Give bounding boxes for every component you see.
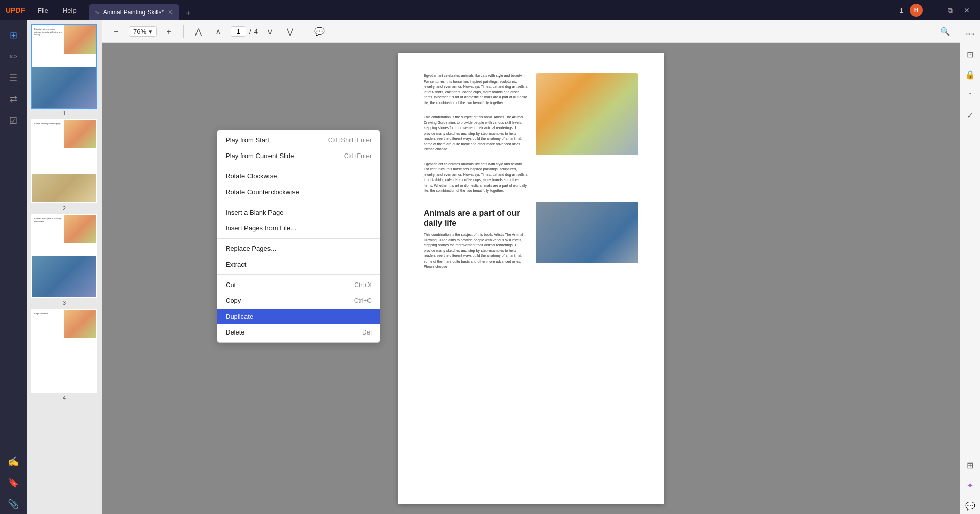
app-logo: UPDF [0, 6, 31, 14]
ctx-rotate-ccw[interactable]: Rotate Counterclockwise [217, 184, 380, 200]
go-first-button[interactable]: ⋀ [190, 23, 206, 40]
ctx-cut[interactable]: Cut Ctrl+X [217, 277, 380, 293]
ctx-extract[interactable]: Extract [217, 256, 380, 272]
zoom-out-button[interactable]: − [108, 23, 125, 40]
zoom-display: 76% ▾ [129, 26, 157, 37]
thumbnail-number-3: 3 [63, 300, 66, 306]
thumbnail-image-1: Egyptian art celebrates animals like cat… [31, 24, 97, 109]
thumb-text-1: Egyptian art celebrates animals like cat… [32, 25, 64, 38]
menu-file[interactable]: File [31, 0, 56, 20]
pdf-bottom-section: Animals are a part of our daily life Thi… [424, 202, 638, 270]
zoom-in-button[interactable]: + [161, 23, 177, 40]
sidebar-item-bookmark[interactable]: 🔖 [4, 473, 23, 493]
compress-button[interactable]: ⊡ [962, 46, 978, 62]
sidebar-item-stamp[interactable]: ☑ [4, 111, 23, 131]
check-button[interactable]: ✓ [962, 107, 978, 123]
tab-animal-painting[interactable]: ✎ Animal Painting Skills* ✕ [89, 4, 179, 20]
thumb-text-4: Page 4 content... [32, 310, 64, 317]
toolbar-separator-1 [183, 25, 184, 38]
pdf-body-4: This combination is the subject of this … [424, 232, 528, 270]
thumbnail-number-2: 2 [63, 205, 66, 211]
ctx-delete-shortcut: Del [362, 329, 372, 336]
ctx-duplicate[interactable]: Duplicate [217, 309, 380, 324]
close-button[interactable]: ✕ [962, 6, 972, 14]
ctx-sep-1 [217, 166, 380, 166]
thumb-blue-img-1 [32, 67, 96, 108]
thumb-paint-img-2 [64, 120, 96, 148]
sidebar-item-edit[interactable]: ✏ [4, 47, 23, 66]
ctx-play-from-current-label: Play from Current Slide [226, 152, 294, 160]
zoom-level: 76% [133, 28, 146, 35]
go-last-button[interactable]: ⋁ [282, 23, 299, 40]
tab-add-button[interactable]: + [181, 6, 195, 20]
ctx-replace-pages[interactable]: Replace Pages... [217, 241, 380, 256]
tab-edit-icon: ✎ [95, 10, 99, 15]
ai-button[interactable]: ✦ [962, 477, 978, 494]
sidebar-item-convert[interactable]: ⇄ [4, 90, 23, 109]
ocr-button[interactable]: OCR [962, 25, 978, 42]
ctx-delete[interactable]: Delete Del [217, 324, 380, 340]
sidebar-item-organize[interactable]: ☰ [4, 68, 23, 88]
go-next-button[interactable]: ∨ [262, 23, 278, 40]
ctx-delete-label: Delete [226, 328, 245, 336]
pdf-viewer[interactable]: Egyptian art celebrates animals like cat… [102, 43, 960, 514]
thumbnail-image-3: Animals are a part of our daily life con… [31, 214, 97, 298]
zoom-dropdown-icon[interactable]: ▾ [149, 28, 152, 35]
thumb-brush-img-2 [32, 174, 96, 202]
ctx-play-from-start-shortcut: Ctrl+Shift+Enter [328, 137, 372, 144]
sidebar-item-view[interactable]: ⊞ [4, 25, 23, 45]
ctx-insert-from-file[interactable]: Insert Pages from File... [217, 220, 380, 236]
page-current-input[interactable] [231, 26, 246, 37]
thumb-paint-img-3 [64, 215, 96, 243]
thumbnail-image-2: Animal painting content page 2... [31, 119, 97, 203]
layers-button[interactable]: ⊞ [962, 457, 978, 473]
pdf-art-image [536, 73, 638, 155]
ctx-play-from-start[interactable]: Play from Start Ctrl+Shift+Enter [217, 132, 380, 148]
thumbnail-4[interactable]: Page 4 content... 4 [30, 309, 99, 401]
chat-button[interactable]: 💬 [962, 498, 978, 514]
ctx-insert-blank[interactable]: Insert a Blank Page [217, 204, 380, 220]
ctx-cut-shortcut: Ctrl+X [354, 281, 372, 289]
ctx-sep-4 [217, 274, 380, 275]
thumb-paint-img-1 [64, 25, 96, 54]
comment-button[interactable]: 💬 [311, 23, 328, 40]
sidebar-item-annotate[interactable]: ✍ [4, 452, 23, 471]
thumbnail-1[interactable]: Egyptian art celebrates animals like cat… [30, 24, 99, 116]
pdf-body-2: This combination is the subject of this … [424, 115, 528, 152]
protect-button[interactable]: 🔒 [962, 66, 978, 83]
user-avatar[interactable]: H [910, 4, 923, 17]
thumb-paint-img-4 [64, 310, 96, 338]
ctx-sep-3 [217, 238, 380, 239]
toolbar-separator-2 [305, 25, 305, 38]
right-sidebar: OCR ⊡ 🔒 ↑ ✓ ⊞ ✦ 💬 [960, 20, 980, 514]
ctx-rotate-cw[interactable]: Rotate Clockwise [217, 168, 380, 184]
sidebar-item-attachment[interactable]: 📎 [4, 495, 23, 514]
minimize-button[interactable]: — [929, 6, 939, 14]
thumbnail-2[interactable]: Animal painting content page 2... 2 [30, 119, 99, 211]
thumb-blue-img-3 [32, 256, 96, 297]
go-prev-button[interactable]: ∧ [210, 23, 227, 40]
content-area: − 76% ▾ + ⋀ ∧ / 4 ∨ ⋁ 💬 🔍 [102, 20, 960, 514]
menu-help[interactable]: Help [56, 0, 84, 20]
thumbnail-3[interactable]: Animals are a part of our daily life con… [30, 214, 99, 306]
ctx-play-from-current-shortcut: Ctrl+Enter [344, 152, 372, 160]
ctx-copy-label: Copy [226, 297, 241, 304]
pdf-body-1: Egyptian art celebrates animals like cat… [424, 73, 528, 106]
pdf-two-col: Egyptian art celebrates animals like cat… [424, 73, 638, 194]
thumb-text-3: Animals are a part of our daily life con… [32, 215, 64, 225]
share-button[interactable]: ↑ [962, 87, 978, 103]
pdf-body-3: Egyptian art celebrates animals like cat… [424, 162, 528, 194]
thumbnail-panel: Egyptian art celebrates animals like cat… [27, 20, 102, 514]
ctx-play-from-start-label: Play from Start [226, 136, 270, 144]
search-button[interactable]: 🔍 [937, 23, 953, 40]
maximize-button[interactable]: ⧉ [945, 6, 955, 15]
menu-bar: File Help [31, 0, 84, 20]
tab-close-button[interactable]: ✕ [168, 9, 173, 16]
ctx-insert-blank-label: Insert a Blank Page [226, 209, 283, 216]
ctx-copy[interactable]: Copy Ctrl+C [217, 293, 380, 309]
thumbnail-number-1: 1 [63, 110, 66, 116]
ctx-play-from-current[interactable]: Play from Current Slide Ctrl+Enter [217, 148, 380, 164]
pdf-page: Egyptian art celebrates animals like cat… [398, 53, 664, 504]
tab-label: Animal Painting Skills* [103, 9, 164, 16]
left-sidebar: ⊞ ✏ ☰ ⇄ ☑ ✍ 🔖 📎 [0, 20, 27, 514]
